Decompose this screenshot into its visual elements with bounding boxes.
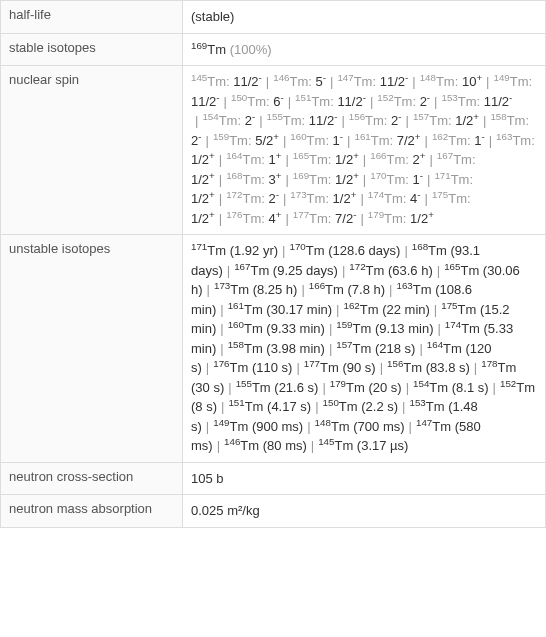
mass-number: 171 bbox=[191, 241, 207, 252]
unstable-isotope-item: 170Tm (128.6 days) bbox=[289, 243, 400, 258]
spin-value: 2- bbox=[391, 113, 401, 128]
spin-value: 11/2- bbox=[191, 94, 220, 109]
spin-value: 11/2- bbox=[380, 74, 409, 89]
spin-sign: - bbox=[340, 130, 343, 141]
mass-number: 159 bbox=[213, 130, 229, 141]
property-table: half-life (stable) stable isotopes 169Tm… bbox=[0, 0, 546, 528]
unstable-isotope-item: 172Tm (63.6 h) bbox=[349, 263, 432, 278]
value-nuclear-spin: 145Tm: 11/2-|146Tm: 5-|147Tm: 11/2-|148T… bbox=[183, 66, 546, 235]
label-nuclear-spin: nuclear spin bbox=[1, 66, 183, 235]
isotope-detail: (100%) bbox=[226, 42, 272, 57]
isotope-label: 158Tm: bbox=[490, 113, 529, 128]
isotope-label: 171Tm: bbox=[434, 172, 473, 187]
separator: | bbox=[266, 74, 269, 89]
value-neutron-cross-section: 105 b bbox=[183, 462, 546, 495]
separator: | bbox=[360, 211, 363, 226]
spin-item: 154Tm: 2- bbox=[202, 113, 255, 128]
mass-number: 159 bbox=[336, 319, 352, 330]
spin-value: 1/2+ bbox=[335, 152, 359, 167]
mass-number: 167 bbox=[234, 260, 250, 271]
separator: | bbox=[389, 282, 392, 297]
spin-value: 11/2- bbox=[337, 94, 366, 109]
isotope-label: 152Tm: bbox=[377, 94, 419, 109]
row-neutron-cross-section: neutron cross-section 105 b bbox=[1, 462, 546, 495]
isotope-label: 159Tm: bbox=[213, 133, 255, 148]
half-life-detail: (4.17 s) bbox=[263, 399, 311, 414]
separator: | bbox=[220, 321, 223, 336]
separator: | bbox=[360, 191, 363, 206]
mass-number: 170 bbox=[370, 169, 386, 180]
spin-item: 162Tm: 1- bbox=[432, 133, 485, 148]
mass-number: 174 bbox=[445, 319, 461, 330]
unstable-isotope-item: 155Tm (21.6 s) bbox=[236, 380, 319, 395]
spin-value: 2- bbox=[245, 113, 255, 128]
mass-number: 164 bbox=[427, 338, 443, 349]
separator: | bbox=[219, 152, 222, 167]
isotope-label: 167Tm: bbox=[437, 152, 476, 167]
unstable-isotope-item: 173Tm (8.25 h) bbox=[214, 282, 297, 297]
spin-sign: + bbox=[273, 130, 279, 141]
mass-number: 160 bbox=[290, 130, 306, 141]
separator: | bbox=[220, 341, 223, 356]
spin-item: 150Tm: 6- bbox=[231, 94, 284, 109]
spin-sign: - bbox=[252, 111, 255, 122]
mass-number: 173 bbox=[214, 280, 230, 291]
mass-number: 178 bbox=[481, 358, 497, 369]
spin-sign: + bbox=[209, 189, 215, 200]
spin-item: 168Tm: 3+ bbox=[226, 172, 281, 187]
value-half-life: (stable) bbox=[183, 1, 546, 34]
unstable-isotope-item: 167Tm (9.25 days) bbox=[234, 263, 338, 278]
spin-sign: - bbox=[276, 189, 279, 200]
half-life-detail: (30.17 min) bbox=[263, 302, 332, 317]
spin-sign: - bbox=[417, 189, 420, 200]
unstable-isotope-item: 149Tm (900 ms) bbox=[213, 419, 303, 434]
spin-sign: + bbox=[476, 72, 482, 83]
mass-number: 150 bbox=[323, 397, 339, 408]
isotope-label: 169Tm: bbox=[293, 172, 335, 187]
stable-isotope-item: 169Tm (100%) bbox=[191, 42, 272, 57]
separator: | bbox=[285, 211, 288, 226]
spin-item: 179Tm: 1/2+ bbox=[368, 211, 434, 226]
spin-sign: + bbox=[415, 130, 421, 141]
mass-number: 158 bbox=[228, 338, 244, 349]
unstable-isotope-item: 146Tm (80 ms) bbox=[224, 438, 307, 453]
separator: | bbox=[434, 94, 437, 109]
separator: | bbox=[301, 282, 304, 297]
separator: | bbox=[329, 321, 332, 336]
half-life-detail: (900 ms) bbox=[248, 419, 303, 434]
separator: | bbox=[285, 172, 288, 187]
spin-sign: - bbox=[405, 72, 408, 83]
separator: | bbox=[283, 133, 286, 148]
separator: | bbox=[412, 74, 415, 89]
mass-number: 163 bbox=[496, 130, 512, 141]
mass-number: 161 bbox=[354, 130, 370, 141]
row-stable-isotopes: stable isotopes 169Tm (100%) bbox=[1, 33, 546, 66]
mass-number: 153 bbox=[409, 397, 425, 408]
isotope-label: 155Tm: bbox=[267, 113, 309, 128]
separator: | bbox=[205, 133, 208, 148]
separator: | bbox=[207, 282, 210, 297]
mass-number: 154 bbox=[413, 377, 429, 388]
mass-number: 172 bbox=[226, 189, 242, 200]
spin-value: 1- bbox=[474, 133, 484, 148]
half-life-detail: (30 s) bbox=[191, 380, 224, 395]
mass-number: 155 bbox=[267, 111, 283, 122]
spin-value: 7/2+ bbox=[397, 133, 421, 148]
isotope-label: 172Tm: bbox=[226, 191, 268, 206]
spin-sign: + bbox=[209, 208, 215, 219]
mass-number: 176 bbox=[213, 358, 229, 369]
mass-number: 157 bbox=[413, 111, 429, 122]
mass-number: 158 bbox=[490, 111, 506, 122]
separator: | bbox=[227, 263, 230, 278]
mass-number: 163 bbox=[396, 280, 412, 291]
spin-value: 5/2+ bbox=[255, 133, 279, 148]
spin-sign: - bbox=[420, 169, 423, 180]
separator: | bbox=[406, 113, 409, 128]
separator: | bbox=[282, 243, 285, 258]
unstable-isotope-item: 148Tm (700 ms) bbox=[315, 419, 405, 434]
spin-item: 177Tm: 7/2- bbox=[293, 211, 357, 226]
separator: | bbox=[380, 360, 383, 375]
spin-sign: + bbox=[209, 169, 215, 180]
spin-value: 5- bbox=[316, 74, 326, 89]
isotope-label: 162Tm: bbox=[432, 133, 474, 148]
